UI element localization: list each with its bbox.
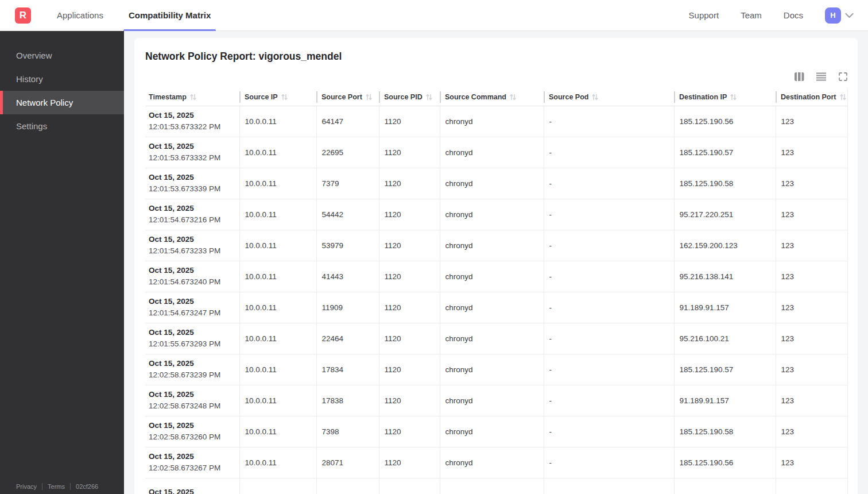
chevron-down-icon [845,10,854,21]
cell-source-pod: - [544,323,674,354]
cell-timestamp: Oct 15, 2025 12:02:58.673239 PM [145,354,239,385]
table-row[interactable]: Oct 15, 2025 12:02:58.673239 PM 10.0.0.1… [145,354,848,385]
table-row[interactable]: Oct 15, 2025 12:02:58.673267 PM 10.0.0.1… [145,447,848,478]
cell-source-pid: 1120 [379,292,440,323]
table-row[interactable]: Oct 15, 2025 12:01:53.673339 PM 10.0.0.1… [145,168,848,199]
cell-source-pid: 1120 [379,416,440,447]
cell-source-port: 7398 [316,416,379,447]
cell-source-ip: 10.0.0.11 [239,261,316,292]
sidebar-item-label: History [16,74,43,84]
tab-compatibility-matrix[interactable]: Compatibility Matrix [123,0,216,30]
cell-timestamp: Oct 15, 2025 12:01:54.673216 PM [145,199,239,230]
primary-tabs: Applications Compatibility Matrix [52,0,216,30]
column-header-source-ip[interactable]: Source IP [239,89,316,106]
cell-destination-port: 123 [776,106,848,137]
column-header-destination-ip[interactable]: Destination IP [674,89,776,106]
cell-source-command: chronyd [440,199,544,230]
cell-source-ip: 10.0.0.11 [239,385,316,416]
navbar-right: Support Team Docs H [689,0,868,30]
sort-icon [840,94,846,101]
cell-source-pod: - [544,199,674,230]
table-row[interactable]: Oct 15, 2025 12:01:53.673322 PM 10.0.0.1… [145,106,848,137]
cell-destination-port: 123 [776,230,848,261]
cell-source-command: chronyd [440,230,544,261]
column-header-destination-port[interactable]: Destination Port [776,89,848,106]
sidebar-item-settings[interactable]: Settings [0,114,124,138]
cell-source-port: 53979 [316,230,379,261]
cell-destination-port: 123 [776,385,848,416]
tab-applications[interactable]: Applications [52,0,108,30]
table-row[interactable]: Oct 15, 2025 12:01:54.673240 PM 10.0.0.1… [145,261,848,292]
cell-source-pid: 1120 [379,230,440,261]
cell-source-pod: - [544,106,674,137]
cell-source-port: 17834 [316,354,379,385]
cell-destination-port: 123 [776,416,848,447]
cell-source-command: chronyd [440,106,544,137]
sidebar-item-overview[interactable]: Overview [0,44,124,67]
table-row[interactable]: Oct 15, 2025 12:01:53.673332 PM 10.0.0.1… [145,137,848,168]
cell-timestamp: Oct 15, 2025 12:01:55.673293 PM [145,323,239,354]
column-header-source-pod[interactable]: Source Pod [544,89,674,106]
list-view-icon[interactable] [816,71,826,82]
table-toolbar [145,71,848,82]
cell-source-pid: 1120 [379,447,440,478]
app-logo[interactable]: R [15,7,31,24]
tab-label: Applications [57,10,103,20]
sidebar-item-label: Network Policy [16,98,73,107]
nav-link-team[interactable]: Team [741,10,762,20]
sidebar-item-network-policy[interactable]: Network Policy [0,91,124,114]
table-row[interactable]: Oct 15, 2025 12:01:54.673233 PM 10.0.0.1… [145,230,848,261]
fullscreen-icon[interactable] [838,71,848,82]
avatar: H [825,7,841,24]
page-title: Network Policy Report: vigorous_mendel [145,51,848,63]
column-header-timestamp[interactable]: Timestamp [145,89,239,106]
report-card: Network Policy Report: vigorous_mendel [134,38,858,494]
cell-timestamp: Oct 15, 2025 [145,478,239,494]
cell-destination-port: 123 [776,354,848,385]
cell-timestamp: Oct 15, 2025 12:01:54.673240 PM [145,261,239,292]
nav-link-docs[interactable]: Docs [784,10,803,20]
column-header-source-command[interactable]: Source Command [440,89,544,106]
table-row[interactable]: Oct 15, 2025 12:01:54.673247 PM 10.0.0.1… [145,292,848,323]
cell-destination-port: 123 [776,292,848,323]
column-header-source-pid[interactable]: Source PID [379,89,440,106]
cell-timestamp: Oct 15, 2025 12:02:58.673248 PM [145,385,239,416]
cell-source-ip: 10.0.0.11 [239,230,316,261]
cell-source-port: 41443 [316,261,379,292]
cell-source-ip: 10.0.0.11 [239,292,316,323]
nav-link-support[interactable]: Support [689,10,719,20]
table-row[interactable]: Oct 15, 2025 [145,478,848,494]
cell-destination-ip: 185.125.190.58 [674,168,776,199]
cell-destination-ip: 91.189.91.157 [674,292,776,323]
table-row[interactable]: Oct 15, 2025 12:02:58.673260 PM 10.0.0.1… [145,416,848,447]
main-content: Network Policy Report: vigorous_mendel [124,31,868,494]
user-menu[interactable]: H [825,7,854,24]
cell-source-pod: - [544,168,674,199]
table-header: Timestamp Source IP Source Port Source P… [145,89,848,106]
cell-source-port: 22464 [316,323,379,354]
sort-icon [730,94,737,101]
sidebar-item-history[interactable]: History [0,67,124,91]
cell-source-pod: - [544,137,674,168]
cell-source-port: 28071 [316,447,379,478]
privacy-link[interactable]: Privacy [16,483,37,490]
cell-source-command: chronyd [440,323,544,354]
cell-destination-ip: 95.216.100.21 [674,323,776,354]
cell-destination-port: 123 [776,323,848,354]
cell-source-ip: 10.0.0.11 [239,416,316,447]
terms-link[interactable]: Terms [48,483,65,490]
cell-timestamp: Oct 15, 2025 12:01:53.673322 PM [145,106,239,137]
table-row[interactable]: Oct 15, 2025 12:01:54.673216 PM 10.0.0.1… [145,199,848,230]
sort-icon [592,94,598,101]
cell-timestamp: Oct 15, 2025 12:02:58.673267 PM [145,447,239,478]
sidebar: Overview History Network Policy Settings… [0,31,124,494]
columns-view-icon[interactable] [794,71,804,82]
cell-source-pod: - [544,447,674,478]
cell-source-pod [544,478,674,494]
table-row[interactable]: Oct 15, 2025 12:01:55.673293 PM 10.0.0.1… [145,323,848,354]
table-row[interactable]: Oct 15, 2025 12:02:58.673248 PM 10.0.0.1… [145,385,848,416]
column-header-source-port[interactable]: Source Port [316,89,379,106]
cell-source-pod: - [544,354,674,385]
logo-letter: R [20,10,26,21]
sort-icon [510,94,516,101]
